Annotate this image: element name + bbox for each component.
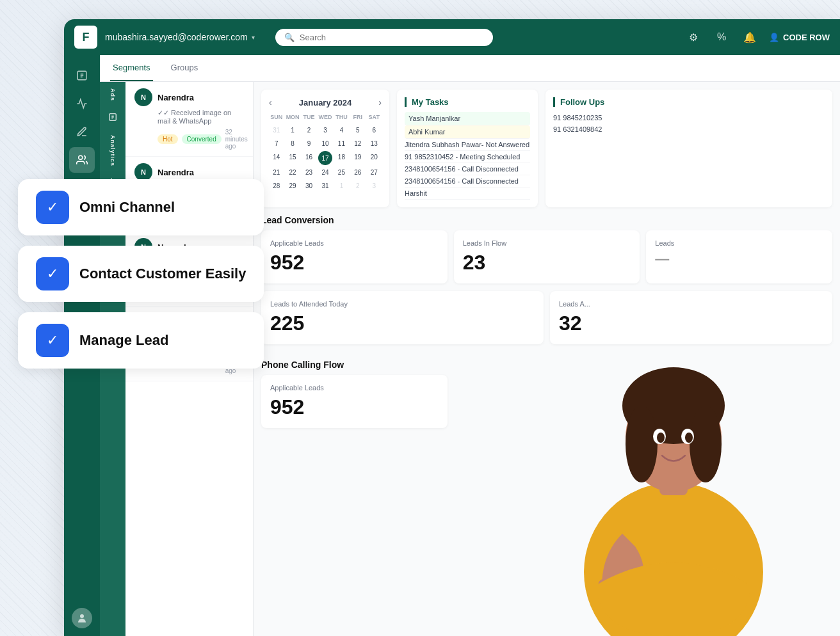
cal-date[interactable]: 20 <box>367 151 382 165</box>
cal-date[interactable]: 24 <box>318 166 332 179</box>
calendar-dates: 31 1 2 3 4 5 6 7 8 9 10 <box>269 124 382 192</box>
cal-date[interactable]: 6 <box>367 124 382 136</box>
cal-date[interactable]: 7 <box>269 138 284 150</box>
ads-chart-icon[interactable] <box>108 113 117 123</box>
cal-date[interactable]: 14 <box>269 151 284 165</box>
avatar: N <box>134 163 152 181</box>
person-svg <box>558 265 789 636</box>
search-bar[interactable]: 🔍 <box>275 29 493 46</box>
cal-date[interactable]: 16 <box>302 151 316 165</box>
metric-label: Leads In Flow <box>463 239 631 247</box>
search-input[interactable] <box>300 33 484 42</box>
woman-image <box>558 265 789 636</box>
calendar-prev-btn[interactable]: ‹ <box>269 97 272 107</box>
svg-point-13 <box>685 433 693 443</box>
cal-date[interactable]: 25 <box>334 166 349 179</box>
cal-date[interactable]: 29 <box>285 180 300 192</box>
svg-point-12 <box>657 433 665 443</box>
sidebar-item-ads[interactable] <box>69 63 95 88</box>
cal-date[interactable]: 11 <box>334 138 349 150</box>
cal-date[interactable]: 1 <box>285 124 300 136</box>
task-item[interactable]: 91 9852310452 - Meeting Scheduled <box>405 151 530 163</box>
cal-date[interactable]: 30 <box>302 180 316 192</box>
followup-item[interactable]: 91 6321409842 <box>553 123 825 135</box>
email-text: mubashira.sayyed@coderower.com <box>105 32 248 42</box>
cal-date[interactable]: 28 <box>269 180 284 192</box>
cal-date[interactable]: 2 <box>302 124 316 136</box>
cal-date[interactable]: 31 <box>318 180 332 192</box>
task-item[interactable]: 2348100654156 - Call Disconnected <box>405 175 530 187</box>
cal-date[interactable]: 19 <box>350 151 365 165</box>
followup-item[interactable]: 91 9845210235 <box>553 112 825 123</box>
manage-lead-icon: ✓ <box>36 324 69 357</box>
cal-date[interactable]: 31 <box>269 124 284 136</box>
cal-date[interactable]: 15 <box>285 151 300 165</box>
contact-customer-label: Contact Customer Easily <box>79 266 246 282</box>
my-tasks-card: My Tasks Yash Manjanlkar Abhi Kumar Jite… <box>397 90 538 207</box>
cal-date[interactable]: 13 <box>367 138 382 150</box>
nav-bar: F mubashira.sayyed@coderower.com ▾ 🔍 ⚙ %… <box>64 19 840 55</box>
cal-date[interactable]: 21 <box>269 166 284 179</box>
sidebar-item-analytics[interactable] <box>69 91 95 116</box>
cal-date[interactable]: 26 <box>350 166 365 179</box>
tab-segments[interactable]: Segments <box>110 55 153 81</box>
nav-email[interactable]: mubashira.sayyed@coderower.com ▾ <box>105 32 255 42</box>
calendar-title: January 2024 <box>299 98 351 107</box>
bell-icon[interactable]: 🔔 <box>741 28 759 46</box>
nav-actions: ⚙ % 🔔 👤 CODE ROW <box>684 28 830 46</box>
svg-point-2 <box>80 614 84 618</box>
metric-label: Applicable Leads <box>270 239 439 247</box>
task-item[interactable]: Harshit <box>405 187 530 200</box>
nav-logo: F <box>74 26 97 49</box>
lead-time: 32 minutes ago <box>225 129 248 150</box>
cal-date[interactable]: 18 <box>334 151 349 165</box>
ads-mini-label: Ads <box>109 88 116 101</box>
svg-point-9 <box>690 406 722 482</box>
cal-date[interactable]: 12 <box>350 138 365 150</box>
omni-channel-icon: ✓ <box>36 191 69 224</box>
task-item[interactable]: 2348100654156 - Call Disconnected <box>405 163 530 175</box>
calendar-header: ‹ January 2024 › <box>269 97 382 107</box>
cal-date[interactable]: 9 <box>302 138 316 150</box>
metric-applicable-leads: Applicable Leads 952 <box>261 230 448 283</box>
lead-name: Narendra <box>158 93 194 102</box>
task-item[interactable]: Abhi Kumar <box>405 125 530 139</box>
calendar-next-btn[interactable]: › <box>378 97 382 107</box>
sidebar-avatar[interactable] <box>72 608 92 628</box>
cal-date[interactable]: 27 <box>367 166 382 179</box>
list-item[interactable]: N Narendra ✓✓ Received image on mail & W… <box>125 82 253 157</box>
task-item[interactable]: Yash Manjanlkar <box>405 112 530 125</box>
metric-phone-applicable: Applicable Leads 952 <box>261 375 448 428</box>
sidebar-item-people[interactable] <box>69 147 95 173</box>
cal-date[interactable]: 23 <box>302 166 316 179</box>
cal-date-today[interactable]: 17 <box>318 151 332 165</box>
calendar-card: ‹ January 2024 › SUN MON TUE WED THU FRI <box>261 90 389 207</box>
metric-value: 952 <box>270 395 439 419</box>
email-dropdown-icon[interactable]: ▾ <box>252 34 255 41</box>
cal-date[interactable]: 3 <box>318 124 332 136</box>
tag-converted: Converted <box>182 134 222 144</box>
cal-date[interactable]: 8 <box>285 138 300 150</box>
manage-lead-label: Manage Lead <box>79 332 168 349</box>
cal-date[interactable]: 1 <box>334 180 349 192</box>
sidebar-item-edit[interactable] <box>69 119 95 145</box>
percent-icon[interactable]: % <box>713 28 731 46</box>
task-item[interactable]: Jitendra Subhash Pawar- Not Answered <box>405 139 530 151</box>
cal-date[interactable]: 5 <box>350 124 365 136</box>
cal-date[interactable]: 2 <box>350 180 365 192</box>
metric-leads-attended: Leads to Attended Today 225 <box>261 291 544 344</box>
cal-date[interactable]: 22 <box>285 166 300 179</box>
avatar: N <box>134 88 152 106</box>
contact-customer-icon: ✓ <box>36 257 69 290</box>
cal-date[interactable]: 3 <box>367 180 382 192</box>
cal-date[interactable]: 10 <box>318 138 332 150</box>
follow-ups-card: Follow Ups 91 9845210235 91 6321409842 <box>545 90 832 207</box>
svg-point-8 <box>626 406 658 482</box>
metric-label: Applicable Leads <box>270 384 439 392</box>
tab-groups[interactable]: Groups <box>168 55 201 81</box>
search-icon: 🔍 <box>284 33 295 42</box>
cal-date[interactable]: 4 <box>334 124 349 136</box>
settings-icon[interactable]: ⚙ <box>684 28 702 46</box>
my-tasks-title: My Tasks <box>405 97 530 107</box>
lead-message: ✓✓ Received image on mail & WhatsApp <box>158 109 244 125</box>
